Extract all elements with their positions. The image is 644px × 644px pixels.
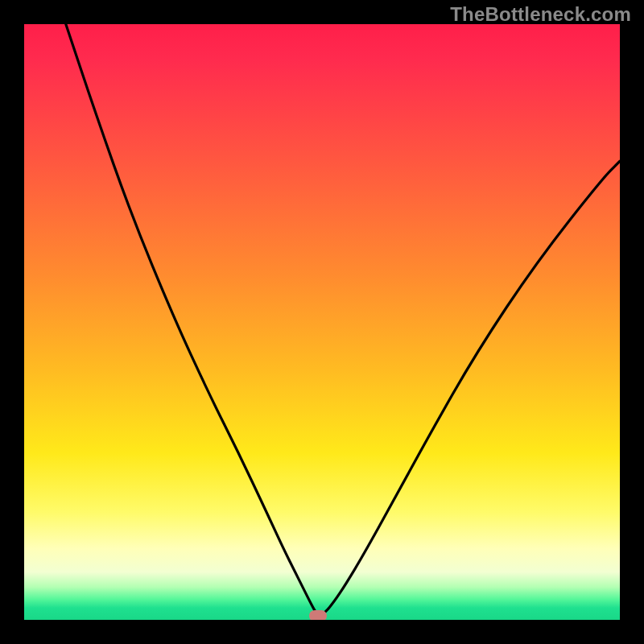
min-point-marker bbox=[309, 610, 327, 620]
watermark-text: TheBottleneck.com bbox=[450, 3, 631, 26]
plot-area bbox=[24, 24, 620, 620]
chart-frame: TheBottleneck.com bbox=[0, 0, 644, 644]
curve-svg bbox=[24, 24, 620, 620]
curve-path bbox=[66, 24, 620, 615]
